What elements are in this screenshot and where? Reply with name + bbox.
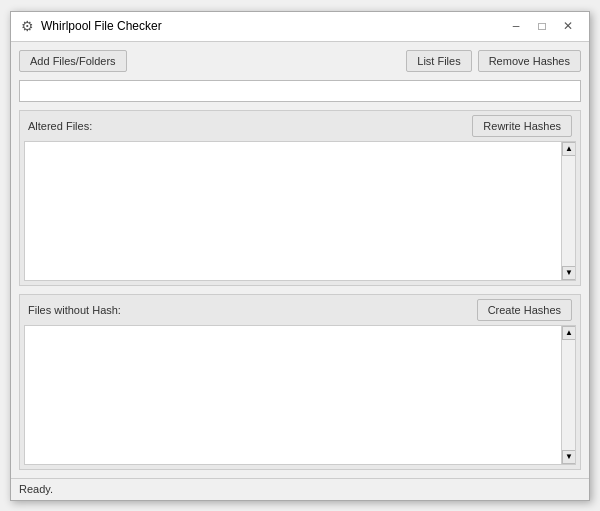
files-without-hash-scrollbar[interactable]: ▲ ▼ — [561, 326, 575, 464]
content-area: Add Files/Folders List Files Remove Hash… — [11, 42, 589, 478]
files-without-hash-textarea[interactable] — [25, 326, 575, 464]
remove-hashes-button[interactable]: Remove Hashes — [478, 50, 581, 72]
altered-files-area: ▲ ▼ — [24, 141, 576, 281]
altered-files-textarea[interactable] — [25, 142, 575, 280]
altered-files-label: Altered Files: — [28, 120, 92, 132]
files-without-hash-area: ▲ ▼ — [24, 325, 576, 465]
scroll-down-btn[interactable]: ▼ — [562, 266, 576, 280]
path-input[interactable] — [19, 80, 581, 102]
close-button[interactable]: ✕ — [555, 15, 581, 37]
rewrite-hashes-button[interactable]: Rewrite Hashes — [472, 115, 572, 137]
window-title: Whirlpool File Checker — [41, 19, 503, 33]
sections-container: Altered Files: Rewrite Hashes ▲ ▼ Files … — [19, 110, 581, 470]
files-without-hash-section: Files without Hash: Create Hashes ▲ ▼ — [19, 294, 581, 470]
status-text: Ready. — [19, 483, 53, 495]
title-bar: ⚙ Whirlpool File Checker – □ ✕ — [11, 12, 589, 42]
scroll-track2 — [562, 340, 575, 450]
altered-files-scrollbar[interactable]: ▲ ▼ — [561, 142, 575, 280]
files-without-hash-label: Files without Hash: — [28, 304, 121, 316]
add-files-button[interactable]: Add Files/Folders — [19, 50, 127, 72]
scroll-up-btn[interactable]: ▲ — [562, 142, 576, 156]
scroll-up-btn2[interactable]: ▲ — [562, 326, 576, 340]
altered-files-section: Altered Files: Rewrite Hashes ▲ ▼ — [19, 110, 581, 286]
minimize-button[interactable]: – — [503, 15, 529, 37]
altered-files-header: Altered Files: Rewrite Hashes — [20, 111, 580, 141]
main-window: ⚙ Whirlpool File Checker – □ ✕ Add Files… — [10, 11, 590, 501]
files-without-hash-header: Files without Hash: Create Hashes — [20, 295, 580, 325]
create-hashes-button[interactable]: Create Hashes — [477, 299, 572, 321]
status-bar: Ready. — [11, 478, 589, 500]
path-row — [19, 80, 581, 102]
toolbar: Add Files/Folders List Files Remove Hash… — [19, 50, 581, 72]
list-files-button[interactable]: List Files — [406, 50, 471, 72]
title-bar-controls: – □ ✕ — [503, 15, 581, 37]
scroll-down-btn2[interactable]: ▼ — [562, 450, 576, 464]
scroll-track — [562, 156, 575, 266]
maximize-button[interactable]: □ — [529, 15, 555, 37]
app-icon: ⚙ — [19, 18, 35, 34]
